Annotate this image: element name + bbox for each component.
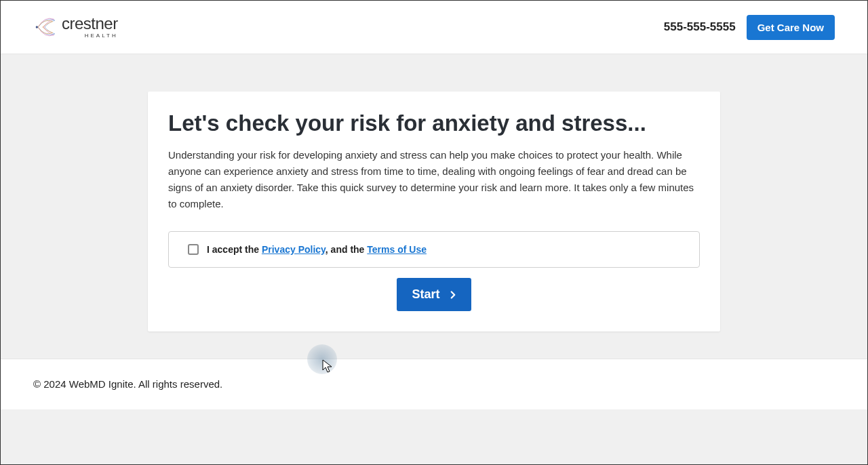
privacy-policy-link[interactable]: Privacy Policy bbox=[262, 244, 326, 255]
start-button[interactable]: Start bbox=[397, 278, 471, 311]
consent-mid: , and the bbox=[326, 244, 367, 255]
consent-prefix: I accept the bbox=[207, 244, 262, 255]
card-description: Understanding your risk for developing a… bbox=[168, 147, 700, 212]
chevron-right-icon bbox=[447, 289, 459, 301]
card-title: Let's check your risk for anxiety and st… bbox=[168, 110, 700, 136]
consent-text: I accept the Privacy Policy, and the Ter… bbox=[207, 244, 427, 255]
main-area: Let's check your risk for anxiety and st… bbox=[1, 54, 867, 359]
get-care-button[interactable]: Get Care Now bbox=[747, 15, 835, 40]
consent-box: I accept the Privacy Policy, and the Ter… bbox=[168, 231, 700, 268]
start-button-label: Start bbox=[412, 287, 439, 302]
logo[interactable]: crestner HEALTH bbox=[33, 14, 118, 41]
phone-number[interactable]: 555-555-5555 bbox=[664, 20, 736, 34]
survey-card: Let's check your risk for anxiety and st… bbox=[148, 92, 720, 331]
footer: © 2024 WebMD Ignite. All rights reserved… bbox=[1, 359, 867, 409]
consent-checkbox[interactable] bbox=[188, 244, 199, 255]
logo-name: crestner bbox=[62, 16, 118, 32]
header: crestner HEALTH 555-555-5555 Get Care No… bbox=[1, 1, 867, 54]
start-button-wrap: Start bbox=[168, 278, 700, 311]
logo-text: crestner HEALTH bbox=[62, 16, 118, 39]
footer-copyright: © 2024 WebMD Ignite. All rights reserved… bbox=[33, 378, 222, 390]
terms-of-use-link[interactable]: Terms of Use bbox=[367, 244, 427, 255]
logo-icon bbox=[33, 14, 56, 41]
logo-subtitle: HEALTH bbox=[62, 33, 118, 39]
header-right: 555-555-5555 Get Care Now bbox=[664, 15, 835, 40]
svg-point-0 bbox=[36, 26, 38, 28]
